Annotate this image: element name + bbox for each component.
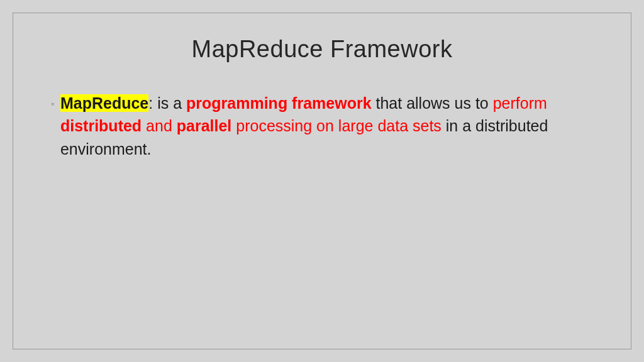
emphasis-red-bold: distributed: [60, 117, 142, 134]
text-seg: that allows us to: [372, 94, 493, 112]
text-seg: : is a: [148, 94, 186, 112]
slide-frame: MapReduce Framework ◦ MapReduce: is a pr…: [13, 13, 631, 349]
slide-title: MapReduce Framework: [46, 36, 598, 63]
emphasis-red: and: [142, 117, 177, 134]
body-paragraph: MapReduce: is a programming framework th…: [60, 92, 598, 160]
emphasis-red-bold: parallel: [177, 117, 232, 134]
emphasis-red-bold: programming framework: [186, 94, 372, 112]
bullet-marker-icon: ◦: [51, 92, 54, 116]
term-highlight: MapReduce: [60, 94, 148, 112]
bullet-item: ◦ MapReduce: is a programming framework …: [46, 92, 598, 160]
emphasis-red: perform: [493, 94, 547, 112]
emphasis-red: processing on large data sets: [231, 117, 441, 134]
